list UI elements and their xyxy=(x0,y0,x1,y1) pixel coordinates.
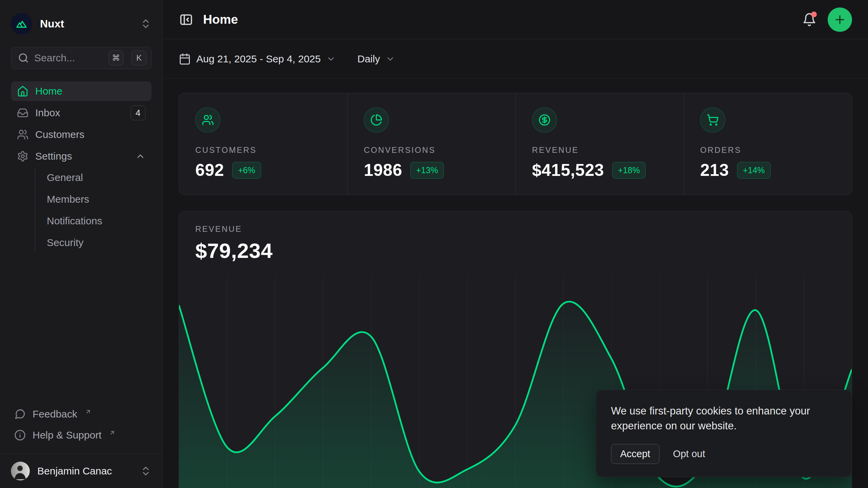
subitem-label: Security xyxy=(47,237,83,248)
cookie-actions: Accept Opt out xyxy=(611,444,837,464)
nuxt-logo-icon xyxy=(11,13,33,35)
kbd-cmd: ⌘ xyxy=(108,50,123,65)
notifications-button[interactable] xyxy=(801,12,817,28)
users-icon xyxy=(17,129,28,140)
stat-delta-badge: +6% xyxy=(232,162,261,179)
arrow-up-right-icon xyxy=(109,429,116,436)
chevron-down-icon xyxy=(386,54,395,64)
filters-toolbar: Aug 21, 2025 - Sep 4, 2025 Daily xyxy=(163,39,868,79)
stat-label: ORDERS xyxy=(700,145,835,155)
help-support-label: Help & Support xyxy=(33,429,101,441)
workspace-name: Nuxt xyxy=(40,18,64,30)
chevron-down-icon xyxy=(326,54,336,64)
search-input-wrap[interactable]: ⌘ K xyxy=(11,47,152,69)
cookie-banner: We use first-party cookies to enhance yo… xyxy=(596,390,852,477)
stat-value: 692 xyxy=(195,160,224,180)
sidebar-item-label: Settings xyxy=(35,150,72,162)
date-range-label: Aug 21, 2025 - Sep 4, 2025 xyxy=(196,53,321,65)
revenue-chart-header: REVENUE $79,234 xyxy=(179,211,852,263)
sidebar-subitem-members[interactable]: Members xyxy=(35,190,152,209)
revenue-chart-value: $79,234 xyxy=(195,239,835,263)
sidebar-item-home[interactable]: Home xyxy=(11,81,152,101)
sidebar: Nuxt ⌘ K Home Inb xyxy=(0,0,163,488)
header-actions xyxy=(801,7,852,32)
stat-value: 213 xyxy=(700,160,729,180)
search-icon xyxy=(18,53,29,63)
help-support-link[interactable]: Help & Support xyxy=(11,425,152,446)
sidebar-subitem-general[interactable]: General xyxy=(35,168,152,187)
period-select[interactable]: Daily xyxy=(357,53,395,65)
stat-revenue[interactable]: REVENUE $415,523 +18% xyxy=(515,93,684,195)
gear-icon xyxy=(17,150,28,162)
user-menu[interactable]: Benjamin Canac xyxy=(0,454,162,488)
stat-value: 1986 xyxy=(364,160,402,180)
stat-delta-badge: +14% xyxy=(737,162,771,179)
subitem-label: General xyxy=(47,172,83,183)
sidebar-item-label: Customers xyxy=(35,129,84,140)
cookie-message: We use first-party cookies to enhance yo… xyxy=(611,404,831,434)
stat-label: REVENUE xyxy=(532,145,667,155)
arrow-up-right-icon xyxy=(85,408,92,415)
sidebar-footer: Feedback Help & Support xyxy=(0,404,162,454)
sidebar-item-customers[interactable]: Customers xyxy=(11,125,152,144)
shopping-cart-icon xyxy=(700,107,725,133)
page-title: Home xyxy=(203,13,238,27)
avatar xyxy=(11,462,30,481)
chart-pie-icon xyxy=(364,107,389,133)
stat-delta-badge: +13% xyxy=(410,162,444,179)
message-circle-icon xyxy=(14,408,26,420)
panel-left-close-icon[interactable] xyxy=(179,12,194,27)
revenue-chart-label: REVENUE xyxy=(195,224,835,234)
stat-label: CUSTOMERS xyxy=(195,145,331,155)
sidebar-item-label: Inbox xyxy=(35,107,60,119)
plus-icon xyxy=(833,13,846,26)
stat-delta-badge: +18% xyxy=(612,162,646,179)
sidebar-nav: Home Inbox 4 Customers Settings xyxy=(0,81,162,404)
feedback-label: Feedback xyxy=(33,408,77,420)
stat-value: $415,523 xyxy=(532,160,604,180)
stat-orders[interactable]: ORDERS 213 +14% xyxy=(684,93,852,195)
sidebar-item-label: Home xyxy=(35,85,62,97)
stat-conversions[interactable]: CONVERSIONS 1986 +13% xyxy=(347,93,515,195)
home-icon xyxy=(17,85,28,97)
inbox-count-badge: 4 xyxy=(131,105,145,120)
search-input[interactable] xyxy=(34,52,103,64)
settings-subnav: General Members Notifications Security xyxy=(35,168,152,252)
workspace-selector[interactable]: Nuxt xyxy=(0,9,162,38)
stat-customers[interactable]: CUSTOMERS 692 +6% xyxy=(179,93,347,195)
calendar-icon xyxy=(179,53,191,65)
info-circle-icon xyxy=(14,429,26,441)
sidebar-item-inbox[interactable]: Inbox 4 xyxy=(11,103,152,123)
chevrons-up-down-icon xyxy=(140,465,152,477)
date-range-picker[interactable]: Aug 21, 2025 - Sep 4, 2025 xyxy=(179,53,336,65)
stat-label: CONVERSIONS xyxy=(364,145,499,155)
sidebar-subitem-notifications[interactable]: Notifications xyxy=(35,211,152,230)
chevron-up-icon xyxy=(135,151,145,161)
opt-out-button[interactable]: Opt out xyxy=(673,448,705,460)
kbd-k: K xyxy=(132,50,146,65)
chevrons-up-down-icon xyxy=(140,18,152,29)
feedback-link[interactable]: Feedback xyxy=(11,404,152,425)
users-icon xyxy=(195,107,220,133)
sidebar-item-settings[interactable]: Settings xyxy=(11,146,152,166)
circle-dollar-icon xyxy=(532,107,557,133)
period-label: Daily xyxy=(357,53,380,65)
notification-dot xyxy=(811,12,817,17)
add-button[interactable] xyxy=(828,7,852,32)
subitem-label: Members xyxy=(47,194,89,205)
subitem-label: Notifications xyxy=(47,215,102,227)
accept-button[interactable]: Accept xyxy=(611,444,659,464)
user-name: Benjamin Canac xyxy=(37,465,112,477)
stats-row: CUSTOMERS 692 +6% CONVERSIONS 1986 +13% xyxy=(179,93,852,195)
inbox-icon xyxy=(17,107,28,119)
app-root: Nuxt ⌘ K Home Inb xyxy=(0,0,868,488)
sidebar-subitem-security[interactable]: Security xyxy=(35,233,152,252)
page-header: Home xyxy=(163,0,868,39)
